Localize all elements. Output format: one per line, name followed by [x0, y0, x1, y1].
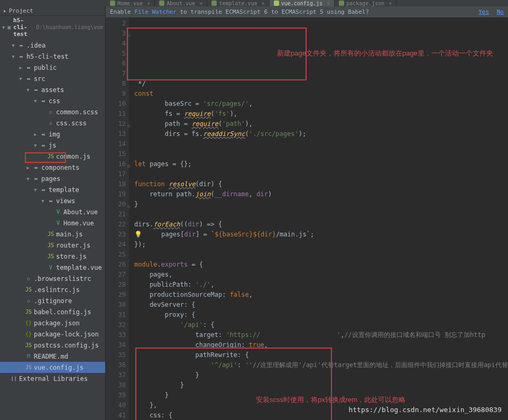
- tree-node[interactable]: ▼▬assets: [0, 84, 105, 95]
- node-label: common.js: [56, 153, 90, 160]
- v-icon: V: [47, 264, 54, 271]
- dir-icon: ▬: [40, 97, 47, 105]
- tree-node[interactable]: ▫.gitignore: [0, 295, 105, 306]
- file-icon: [110, 1, 115, 6]
- node-label: package-lock.json: [34, 331, 99, 338]
- tab-About-vue[interactable]: About.vue×: [155, 0, 207, 6]
- tree-node[interactable]: ▼▬.idea: [0, 40, 105, 51]
- node-label: components: [41, 164, 79, 171]
- tree-node[interactable]: JSstore.js: [0, 251, 105, 262]
- tab-template-vue[interactable]: template.vue×: [207, 0, 269, 6]
- tree-node[interactable]: JSrouter.js: [0, 240, 105, 251]
- editor-tabs: Home.vue×About.vue×template.vue×vue.conf…: [0, 0, 508, 6]
- file-watcher-link[interactable]: File Watcher: [134, 8, 176, 15]
- gen-icon: ▫: [47, 108, 54, 116]
- tree-node[interactable]: ▼▬h5-cli-test: [0, 51, 105, 62]
- notification-text: Enable File Watcher to transpile ECMAScr…: [110, 8, 369, 15]
- node-label: template.vue: [56, 264, 102, 271]
- code-editor[interactable]: 23⊟456789101112⊟13141516⊟17181920⊟212223…: [106, 17, 508, 420]
- file-icon: [159, 1, 164, 6]
- tree-node[interactable]: JS.eslintrc.js: [0, 284, 105, 295]
- tree-node[interactable]: ▼▬src: [0, 73, 105, 84]
- v-icon: V: [54, 208, 62, 216]
- js-icon: JS: [25, 286, 32, 294]
- watermark: https://blog.csdn.net/weixin_39680839: [348, 406, 502, 414]
- js-icon: JS: [47, 153, 54, 160]
- tree-node[interactable]: Vtemplate.vue: [0, 262, 105, 273]
- project-root[interactable]: ▼ ▣ h5-cli-test D:\huanhuan.liang\vue: [0, 16, 105, 39]
- dir-icon: ▬: [47, 197, 54, 205]
- tab-package-json[interactable]: package.json×: [335, 0, 396, 6]
- file-icon: [211, 1, 217, 6]
- file-tree: ▼▬.idea▼▬h5-cli-test▶▬public▼▬src▼▬asset…: [0, 39, 105, 385]
- annotation-1: 新建page文件夹，将所有的小活动都放在page里，一个活动一个文件夹: [277, 48, 493, 58]
- source[interactable]: 新建page文件夹，将所有的小活动都放在page里，一个活动一个文件夹 安装sc…: [129, 17, 508, 420]
- dir-icon: ▬: [25, 75, 32, 83]
- tree-node[interactable]: JSpostcss.config.js: [0, 340, 105, 351]
- tree-node[interactable]: ▫css.scss: [0, 117, 105, 129]
- js-icon: JS: [25, 308, 32, 316]
- dir-icon: ▬: [25, 64, 32, 71]
- tree-node[interactable]: ▼▬js: [0, 140, 105, 151]
- tree-node[interactable]: ▼▬pages: [0, 173, 105, 184]
- tree-node[interactable]: MREADME.md: [0, 351, 105, 362]
- chevron-down-icon: ▼: [2, 25, 5, 30]
- js-icon: JS: [47, 253, 54, 260]
- tree-node[interactable]: ▫.browserslistrc: [0, 273, 105, 284]
- md-icon: M: [25, 353, 32, 360]
- tree-node[interactable]: ▼▬template: [0, 184, 105, 195]
- node-label: public: [34, 64, 57, 71]
- gen-icon: ▫: [25, 275, 32, 282]
- tree-node[interactable]: ❙❙External Libraries: [0, 373, 105, 384]
- annotation-2: 安装scss时使用，将px转换成rem，此处可以忽略: [256, 395, 405, 405]
- chevron-icon: ▼: [25, 87, 31, 93]
- tree-node[interactable]: ▶▬components: [0, 162, 105, 173]
- node-label: pages: [41, 175, 60, 182]
- node-label: babel.config.js: [34, 308, 91, 316]
- close-icon[interactable]: ×: [199, 1, 202, 6]
- tree-node[interactable]: {}package.json: [0, 317, 105, 328]
- tree-node[interactable]: JSvue.config.js: [0, 362, 105, 373]
- node-label: package.json: [34, 319, 80, 327]
- tree-node[interactable]: ▼▬css: [0, 95, 105, 106]
- editor-pane: Enable File Watcher to transpile ECMAScr…: [106, 6, 508, 420]
- tree-node[interactable]: ▶▬public: [0, 62, 105, 73]
- tab-Home-vue[interactable]: Home.vue×: [106, 0, 155, 6]
- tree-node[interactable]: JSbabel.config.js: [0, 306, 105, 317]
- no-link[interactable]: No: [497, 8, 504, 15]
- file-icon: [339, 1, 344, 6]
- tab-vue-config-js[interactable]: vue.config.js×: [270, 0, 335, 6]
- close-icon[interactable]: ×: [262, 1, 265, 6]
- json-icon: {}: [25, 331, 32, 338]
- root-name: h5-cli-test: [13, 17, 34, 38]
- node-label: src: [34, 75, 45, 83]
- tree-node[interactable]: ▼▬views: [0, 195, 105, 206]
- gutter: 23⊟456789101112⊟13141516⊟17181920⊟212223…: [106, 17, 129, 420]
- tree-node[interactable]: VAbout.vue: [0, 206, 105, 217]
- close-icon[interactable]: ×: [327, 1, 330, 6]
- yes-link[interactable]: Yes: [478, 8, 489, 15]
- tree-node[interactable]: ▶▬img: [0, 129, 105, 140]
- tree-node[interactable]: VHome.vue: [0, 217, 105, 229]
- node-label: img: [49, 131, 60, 138]
- close-icon[interactable]: ×: [147, 1, 150, 6]
- node-label: css.scss: [56, 120, 87, 127]
- chevron-down-icon: ▸: [3, 7, 7, 14]
- node-label: h5-cli-test: [26, 53, 68, 60]
- node-label: template: [49, 186, 79, 194]
- node-label: vue.config.js: [34, 364, 84, 371]
- node-label: External Libraries: [19, 375, 88, 382]
- node-label: css: [49, 97, 60, 105]
- js-icon: JS: [25, 342, 32, 349]
- project-header[interactable]: ▸ Project: [0, 6, 105, 16]
- chevron-icon: ▼: [33, 187, 38, 193]
- close-icon[interactable]: ×: [389, 1, 392, 6]
- node-label: main.js: [56, 231, 83, 238]
- tree-node[interactable]: JScommon.js: [0, 151, 105, 162]
- folder-icon: ▣: [7, 24, 11, 31]
- chevron-icon: ▼: [11, 54, 16, 59]
- gen-icon: ▫: [47, 120, 54, 127]
- tree-node[interactable]: {}package-lock.json: [0, 328, 105, 340]
- tree-node[interactable]: JSmain.js: [0, 229, 105, 240]
- tree-node[interactable]: ▫common.scss: [0, 106, 105, 117]
